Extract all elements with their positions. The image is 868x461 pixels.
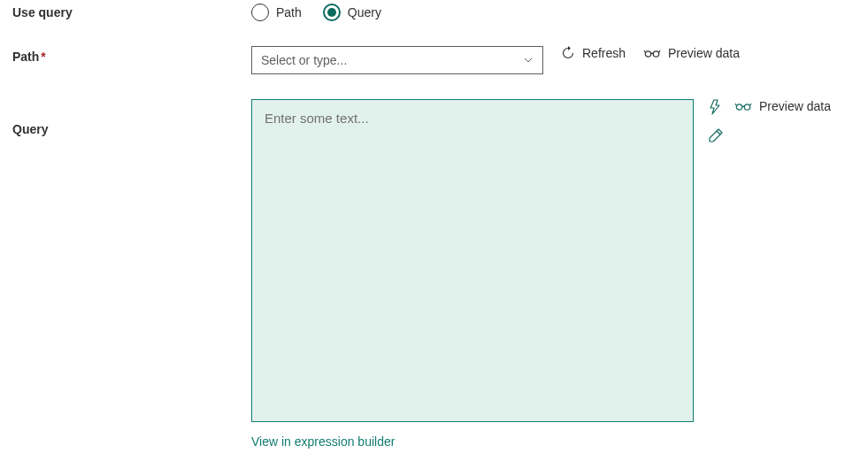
svg-point-1 <box>653 51 658 57</box>
refresh-button[interactable]: Refresh <box>561 46 626 60</box>
query-textarea[interactable] <box>251 99 694 422</box>
radio-icon <box>323 4 341 21</box>
lightning-icon[interactable] <box>708 99 724 115</box>
svg-point-0 <box>645 51 650 57</box>
radio-option-query[interactable]: Query <box>323 4 381 21</box>
refresh-icon <box>561 46 575 60</box>
refresh-label: Refresh <box>582 46 626 60</box>
view-expression-builder-link[interactable]: View in expression builder <box>251 434 395 449</box>
edit-icon[interactable] <box>708 127 724 143</box>
use-query-radio-group: Path Query <box>251 2 381 21</box>
svg-point-2 <box>736 104 741 110</box>
preview-data-button[interactable]: Preview data <box>643 46 740 60</box>
path-select[interactable]: Select or type... <box>251 46 543 74</box>
radio-option-path[interactable]: Path <box>251 4 302 21</box>
preview-data-button-2[interactable]: Preview data <box>734 99 831 113</box>
chevron-down-icon <box>523 55 534 65</box>
radio-icon <box>251 4 269 21</box>
radio-path-label: Path <box>276 5 302 19</box>
path-label: Path* <box>12 46 251 64</box>
preview-data-label: Preview data <box>668 46 740 60</box>
svg-point-3 <box>744 104 749 110</box>
glasses-icon <box>734 100 752 112</box>
path-select-placeholder: Select or type... <box>261 53 347 67</box>
preview-data-label-2: Preview data <box>759 99 831 113</box>
query-label: Query <box>12 99 251 136</box>
use-query-label: Use query <box>12 2 251 19</box>
radio-query-label: Query <box>348 5 381 19</box>
glasses-icon <box>643 47 661 59</box>
